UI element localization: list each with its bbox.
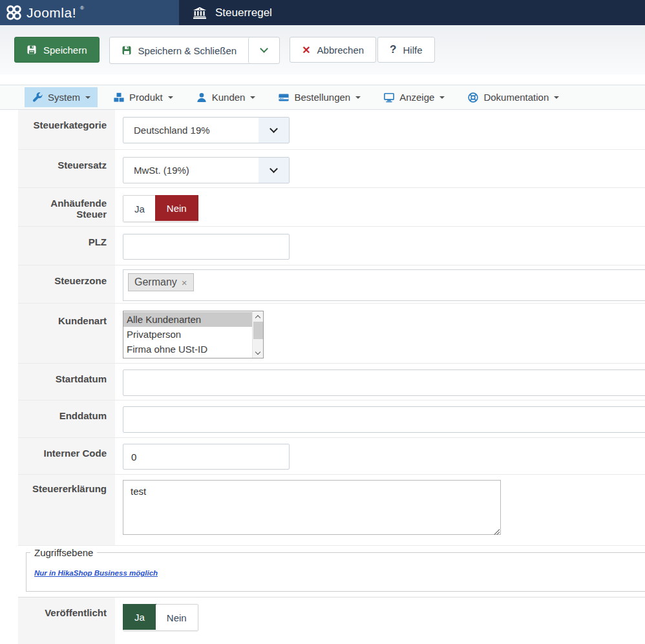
field-label: PLZ	[18, 227, 115, 265]
menu-item-label: Anzeige	[399, 92, 434, 103]
toggle-no-button[interactable]: Nein	[156, 605, 198, 630]
desktop-icon	[383, 92, 395, 103]
field-label: Kundenart	[18, 304, 115, 363]
wrench-icon	[32, 92, 43, 103]
selected-value: MwSt. (19%)	[123, 165, 189, 176]
toggle-yes-button[interactable]: Ja	[123, 196, 156, 222]
listbox-scrollbar[interactable]	[252, 311, 263, 358]
access-level-legend: Zugriffsebene	[30, 547, 97, 558]
field-label: Steuersatz	[18, 150, 115, 187]
caret-down-icon	[554, 96, 559, 99]
select-arrow-box	[259, 158, 289, 183]
menu-item-anzeige[interactable]: Anzeige	[376, 87, 452, 107]
menu-item-kunden[interactable]: Kunden	[189, 87, 263, 107]
cancel-button-label: Abbrechen	[317, 45, 365, 56]
save-close-button-label: Speichern & Schließen	[138, 45, 237, 56]
menu-item-label: System	[48, 92, 80, 103]
chevron-down-icon	[270, 125, 278, 133]
field-label: Steuerzone	[18, 265, 115, 303]
bank-icon	[193, 6, 207, 19]
cancel-button[interactable]: ✕ Abbrechen	[290, 37, 376, 63]
help-button[interactable]: ? Hilfe	[377, 37, 434, 63]
caret-down-icon	[85, 96, 90, 99]
customer-type-multiselect[interactable]: Alle Kundenarten Privatperson Firma ohne…	[123, 311, 264, 358]
save-icon	[26, 45, 37, 55]
toolbar-menubar-gap	[0, 74, 645, 85]
cubes-icon	[113, 92, 125, 103]
save-options-dropdown-button[interactable]	[248, 37, 279, 63]
joomla-logo-text: Joomla!	[26, 5, 76, 21]
selected-value: Deutschland 19%	[123, 125, 210, 136]
access-level-section: Zugriffsebene Nur in HikaShop Business m…	[18, 546, 645, 597]
menu-item-label: Kunden	[212, 92, 246, 103]
row-steuerzone: Steuerzone Germany ×	[18, 265, 645, 304]
joomla-brand-bar: Joomla! ®	[0, 0, 179, 25]
toggle-yes-button[interactable]: Ja	[123, 604, 156, 630]
question-mark-icon: ?	[390, 43, 396, 56]
field-label: Anhäufende Steuer	[18, 188, 115, 226]
chevron-down-icon	[260, 45, 268, 53]
menu-item-dokumentation[interactable]: Dokumentation	[460, 87, 566, 107]
field-label: Startdatum	[18, 364, 115, 400]
scroll-up-button[interactable]	[253, 311, 263, 322]
end-date-input[interactable]	[123, 406, 645, 433]
tax-zone-tag-input[interactable]: Germany ×	[123, 269, 645, 301]
cumulative-tax-toggle: Ja Nein	[123, 195, 198, 222]
caret-down-icon	[355, 96, 361, 99]
chevron-down-icon	[270, 165, 278, 173]
hikashop-menubar: System Produkt Kunden Bestellungen	[0, 85, 645, 110]
row-kundenart: Kundenart Alle Kundenarten Privatperson …	[18, 304, 645, 364]
row-startdatum: Startdatum	[18, 364, 645, 400]
menu-item-system[interactable]: System	[25, 87, 98, 107]
save-button[interactable]: Speichern	[14, 37, 100, 63]
row-steuerkategorie: Steuerkategorie Deutschland 19%	[18, 110, 645, 150]
tax-rule-form: Steuerkategorie Deutschland 19% Steuersa…	[18, 110, 645, 644]
caret-down-icon	[168, 96, 173, 99]
row-interner-code: Interner Code	[18, 438, 645, 475]
option-privatperson[interactable]: Privatperson	[123, 327, 252, 342]
field-label: Veröffentlicht	[18, 597, 115, 644]
start-date-input[interactable]	[123, 369, 645, 396]
save-icon	[122, 45, 132, 56]
scrollbar-thumb[interactable]	[253, 322, 263, 339]
access-level-fieldset: Zugriffsebene Nur in HikaShop Business m…	[26, 547, 645, 592]
tax-note-textarea[interactable]: test	[123, 480, 501, 535]
field-label: Steuererklärung	[18, 475, 115, 545]
row-plz: PLZ	[18, 227, 645, 265]
hikashop-business-link[interactable]: Nur in HikaShop Business möglich	[34, 569, 158, 577]
action-toolbar: Speichern Speichern & Schließen ✕ Abbrec…	[0, 25, 645, 74]
toggle-no-button[interactable]: Nein	[155, 195, 198, 221]
menu-item-label: Produkt	[129, 92, 163, 103]
steuerkategorie-select[interactable]: Deutschland 19%	[123, 117, 290, 143]
row-steuererklaerung: Steuererklärung test	[18, 475, 645, 546]
plz-input[interactable]	[123, 234, 290, 260]
top-header: Joomla! ® Steuerregel	[0, 0, 645, 25]
internal-code-input[interactable]	[123, 444, 290, 470]
close-icon: ✕	[302, 44, 310, 56]
field-label: Steuerkategorie	[18, 110, 115, 149]
option-firma-ohne-ust-id[interactable]: Firma ohne USt-ID	[123, 342, 252, 357]
joomla-logo-icon	[5, 4, 23, 21]
zone-tag-label: Germany	[134, 276, 177, 288]
page-title-bar: Steuerregel	[179, 0, 645, 25]
field-label: Interner Code	[18, 438, 115, 474]
menu-item-produkt[interactable]: Produkt	[106, 87, 180, 107]
caret-down-icon	[250, 96, 255, 99]
option-alle-kundenarten[interactable]: Alle Kundenarten	[123, 312, 252, 327]
save-button-label: Speichern	[43, 45, 87, 56]
row-enddatum: Enddatum	[18, 400, 645, 438]
row-anhaeufende-steuer: Anhäufende Steuer Ja Nein	[18, 188, 645, 227]
steuersatz-select[interactable]: MwSt. (19%)	[123, 157, 290, 183]
scroll-down-button[interactable]	[253, 348, 263, 358]
save-close-button[interactable]: Speichern & Schließen	[110, 37, 249, 63]
user-icon	[196, 92, 207, 103]
menu-item-label: Dokumentation	[483, 92, 549, 103]
joomla-logo-registered-mark: ®	[80, 5, 84, 11]
option-list: Alle Kundenarten Privatperson Firma ohne…	[123, 311, 252, 358]
menu-item-bestellungen[interactable]: Bestellungen	[271, 87, 368, 107]
published-toggle: Ja Nein	[123, 604, 198, 631]
remove-tag-icon[interactable]: ×	[182, 277, 187, 288]
menu-item-label: Bestellungen	[294, 92, 350, 103]
row-steuersatz: Steuersatz MwSt. (19%)	[18, 150, 645, 188]
life-ring-icon	[467, 92, 479, 103]
